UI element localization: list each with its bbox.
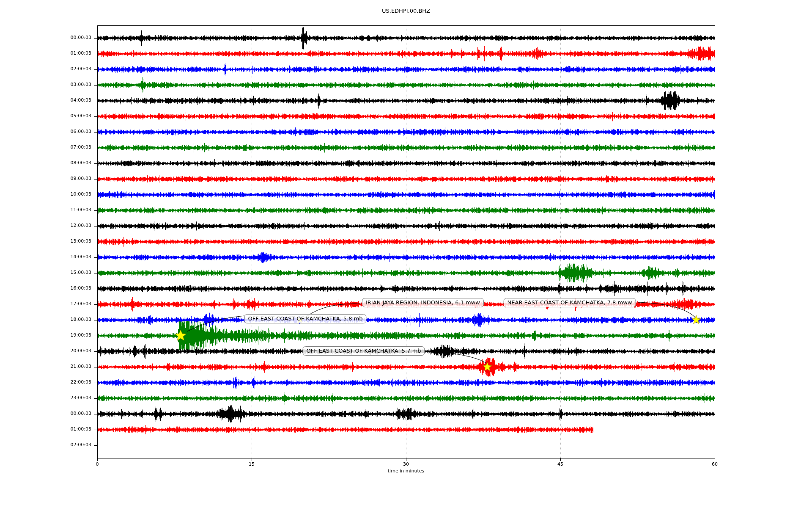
y-axis-time-label: 05:00:03: [54, 113, 91, 119]
event-annotation-off-east-kamchatka-58: OFF EAST COAST OF KAMCHATKA, 5.8 mb: [244, 314, 366, 323]
event-annotation-off-east-kamchatka-57: OFF EAST COAST OF KAMCHATKA, 5.7 mb: [302, 346, 425, 356]
event-annotation-irian-jaya: IRIAN JAYA REGION, INDONESIA, 6.1 mww: [362, 298, 484, 307]
y-axis-time-label: 20:00:03: [54, 348, 91, 353]
y-axis-time-label: 07:00:03: [54, 144, 91, 150]
y-axis-time-label: 01:00:03: [54, 426, 91, 432]
x-axis-tick-label: 45: [548, 461, 573, 467]
y-axis-time-label: 09:00:03: [54, 176, 91, 181]
y-axis-time-label: 23:00:03: [54, 395, 91, 400]
y-axis-time-label: 00:00:03: [54, 411, 91, 416]
y-axis-time-label: 02:00:03: [54, 66, 91, 72]
y-axis-time-label: 02:00:03: [54, 442, 91, 447]
y-axis-time-label: 01:00:03: [54, 50, 91, 56]
x-axis-label: time in minutes: [0, 468, 812, 474]
y-axis-time-label: 06:00:03: [54, 129, 91, 134]
x-axis-tick-label: 15: [239, 461, 264, 467]
y-axis-time-label: 14:00:03: [54, 254, 91, 260]
y-axis-time-label: 11:00:03: [54, 207, 91, 213]
x-axis-tick-label: 60: [702, 461, 727, 467]
seismogram-canvas: [0, 0, 812, 508]
y-axis-time-label: 03:00:03: [54, 82, 91, 87]
y-axis-time-label: 21:00:03: [54, 364, 91, 369]
y-axis-time-label: 04:00:03: [54, 97, 91, 103]
x-axis-tick-label: 0: [85, 461, 110, 467]
y-axis-time-label: 18:00:03: [54, 317, 91, 322]
y-axis-time-label: 16:00:03: [54, 285, 91, 291]
y-axis-time-label: 12:00:03: [54, 223, 91, 228]
y-axis-time-label: 00:00:03: [54, 35, 91, 40]
seismogram-figure: US.EDHPI.00.BHZ 00:00:0301:00:0302:00:03…: [0, 0, 812, 508]
event-annotation-near-east-kamchatka: NEAR EAST COAST OF KAMCHATKA, 7.8 mww: [504, 298, 636, 307]
y-axis-time-label: 08:00:03: [54, 160, 91, 166]
x-axis-tick-label: 30: [393, 461, 419, 467]
y-axis-time-label: 17:00:03: [54, 301, 91, 306]
page-title: US.EDHPI.00.BHZ: [0, 8, 812, 14]
y-axis-time-label: 10:00:03: [54, 191, 91, 197]
y-axis-time-label: 22:00:03: [54, 379, 91, 385]
y-axis-time-label: 13:00:03: [54, 238, 91, 244]
y-axis-time-label: 15:00:03: [54, 270, 91, 275]
y-axis-time-label: 19:00:03: [54, 332, 91, 338]
